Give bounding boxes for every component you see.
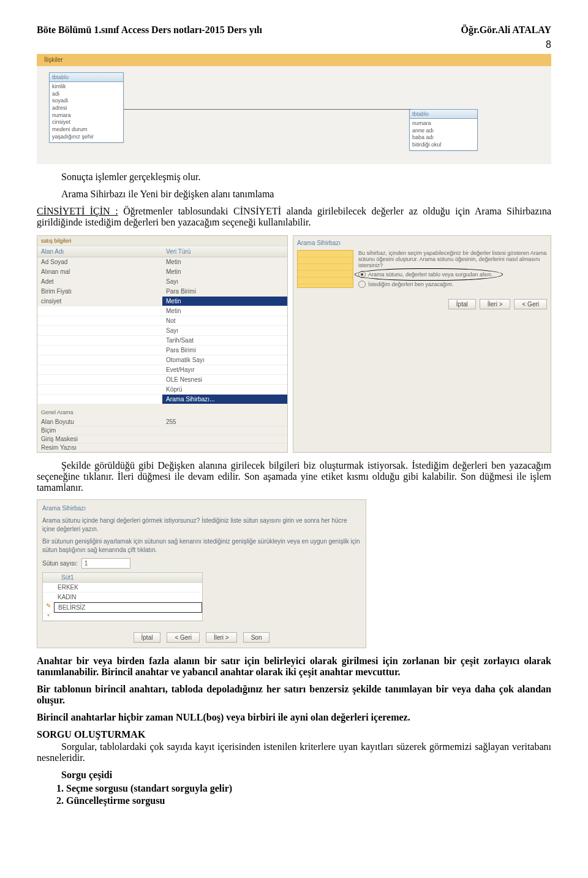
dropdown-option[interactable]: Otomatik Sayı bbox=[162, 355, 287, 365]
cancel-button[interactable]: İptal bbox=[448, 299, 476, 309]
back-button[interactable]: < Geri bbox=[514, 299, 547, 309]
grid-cell[interactable] bbox=[54, 613, 202, 620]
column-header-type: Veri Türü bbox=[162, 246, 287, 257]
dropdown-option[interactable]: Metin bbox=[162, 306, 287, 316]
rel-table-left: tbtablo kimlik adi soyadi adresi numara … bbox=[49, 72, 124, 143]
rel-field: numara bbox=[52, 112, 121, 119]
paragraph: Arama Sihirbazı ile Yeni bir değişken al… bbox=[37, 189, 551, 200]
figure-relationship-diagram: İlişkiler tbtablo kimlik adi soyadi adre… bbox=[37, 54, 551, 164]
prop-name: Giriş Maskesi bbox=[37, 435, 162, 443]
paragraph: Şekilde görüldüğü gibi Değişken alanına … bbox=[37, 460, 551, 493]
dropdown-option[interactable]: OLE Nesnesi bbox=[162, 375, 287, 384]
rel-field: medeni durum bbox=[52, 126, 121, 134]
text-underline: CİNSİYETİ İÇİN : bbox=[37, 206, 118, 216]
heading-sorgu: SORGU OLUŞTURMAK bbox=[37, 729, 551, 740]
rel-field: anne adı bbox=[412, 127, 475, 135]
grid-cell[interactable]: KADIN bbox=[54, 592, 202, 602]
field-type: Metin bbox=[162, 257, 287, 267]
field-name: cinsiyet bbox=[37, 297, 162, 306]
rel-field: yaşadığınız şehir bbox=[52, 134, 121, 141]
next-button[interactable]: İleri > bbox=[480, 299, 511, 309]
query-type-list: Seçme sorgusu (standart sorguyla gelir) … bbox=[66, 783, 551, 806]
wizard-title: Arama Sihirbazı bbox=[297, 240, 547, 246]
prop-value bbox=[162, 444, 287, 452]
row-selector[interactable] bbox=[43, 583, 54, 592]
paragraph: CİNSİYETİ İÇİN : Öğretmenler tablosundak… bbox=[37, 206, 551, 228]
grid-cell[interactable]: ERKEK bbox=[54, 583, 202, 592]
radio-from-table[interactable] bbox=[358, 271, 366, 278]
rel-field: adresi bbox=[52, 105, 121, 112]
list-item: Seçme sorgusu (standart sorguyla gelir) bbox=[66, 783, 551, 794]
relationship-line bbox=[124, 109, 412, 110]
pencil-icon[interactable]: ✎ bbox=[43, 602, 54, 613]
field-name: Adet bbox=[37, 277, 162, 286]
dropdown-option[interactable]: Not bbox=[162, 316, 287, 325]
relationship-tab: İlişkiler bbox=[39, 54, 68, 66]
next-button[interactable]: İleri > bbox=[206, 632, 237, 643]
dropdown-option-lookup-wizard[interactable]: Arama Sihirbazı... bbox=[162, 395, 287, 404]
finish-button[interactable]: Son bbox=[243, 632, 270, 643]
rel-field: bitirdiği okul bbox=[412, 142, 475, 149]
paragraph-bold: Bir tablonun birincil anahtarı, tabloda … bbox=[37, 684, 551, 706]
paragraph-bold: Birincil anahtarlar hiçbir zaman NULL(bo… bbox=[37, 712, 551, 723]
dropdown-option[interactable]: Sayı bbox=[162, 326, 287, 335]
paragraph: Sonuçta işlemler gerçekleşmiş olur. bbox=[37, 172, 551, 183]
field-name: Birim Fiyatı bbox=[37, 287, 162, 296]
list-item: Güncelleştirme sorgusu bbox=[66, 795, 551, 806]
rel-table-left-title: tbtablo bbox=[50, 73, 123, 82]
field-type: Sayı bbox=[162, 277, 287, 286]
rel-field: numara bbox=[412, 120, 475, 127]
doc-header-right: Öğr.Gör.Ali ATALAY bbox=[461, 25, 551, 36]
dropdown-option[interactable]: Para Birimi bbox=[162, 346, 287, 355]
dropdown-option[interactable]: Evet/Hayır bbox=[162, 365, 287, 374]
grid-cell[interactable]: BELİRSİZ bbox=[54, 602, 202, 613]
paragraph: Sorgular, tablolardaki çok sayıda kayıt … bbox=[37, 741, 551, 763]
values-grid: Süt1 ERKEK KADIN ✎BELİRSİZ * bbox=[42, 572, 203, 621]
column-header-field: Alan Adı bbox=[37, 246, 162, 257]
wizard2-desc1: Arama sütunu içinde hangi değerleri görm… bbox=[42, 517, 361, 534]
column-count-input[interactable]: 1 bbox=[81, 558, 130, 569]
prop-name: Alan Boyutu bbox=[37, 418, 162, 426]
prop-value bbox=[162, 426, 287, 434]
dropdown-option[interactable]: Tarih/Saat bbox=[162, 336, 287, 345]
rel-field: soyadi bbox=[52, 97, 121, 105]
cancel-button[interactable]: İptal bbox=[134, 632, 161, 643]
rel-field: cinsiyet bbox=[52, 119, 121, 126]
dropdown-option[interactable]: Köprü bbox=[162, 385, 287, 394]
page-number: 8 bbox=[546, 39, 551, 50]
doc-header-left: Böte Bölümü 1.sınıf Access Ders notları-… bbox=[37, 25, 262, 36]
row-selector[interactable] bbox=[43, 592, 54, 602]
prop-value bbox=[162, 435, 287, 443]
heading-sorgu-cesidi: Sorgu çeşidi bbox=[37, 770, 551, 781]
wizard-illustration bbox=[297, 250, 353, 288]
rel-field: baba adı bbox=[412, 134, 475, 142]
lookup-wizard-step1: Arama Sihirbazı Bu sihirbaz, içinden seç… bbox=[293, 235, 551, 453]
lookup-wizard-step2: Arama Sihirbazı Arama sütunu içinde hang… bbox=[37, 499, 366, 648]
radio-label: İstediğim değerleri ben yazacağım. bbox=[368, 281, 454, 287]
radio-label: Arama sütunu, değerleri tablo veya sorgu… bbox=[368, 271, 493, 278]
field-type: Para Birimi bbox=[162, 287, 287, 296]
prop-name: Biçim bbox=[37, 426, 162, 434]
field-type-selected[interactable]: Metin bbox=[162, 297, 287, 306]
field-type: Metin bbox=[162, 267, 287, 276]
field-name: Alınan mal bbox=[37, 267, 162, 276]
column-count-label: Sütun sayısı: bbox=[42, 560, 78, 567]
figure-wizard-step2: Arama Sihirbazı Arama sütunu içinde hang… bbox=[37, 499, 551, 648]
paragraph-bold: Anahtar bir veya birden fazla alanın bir… bbox=[37, 656, 551, 678]
rel-field: adi bbox=[52, 91, 121, 98]
radio-i-will-type[interactable] bbox=[358, 281, 366, 288]
rel-table-right: tbtablo numara anne adı baba adı bitirdi… bbox=[409, 109, 478, 151]
property-tabs: Genel Arama bbox=[37, 407, 287, 418]
back-button[interactable]: < Geri bbox=[167, 632, 200, 643]
wizard2-title: Arama Sihirbazı bbox=[42, 505, 361, 512]
prop-value: 255 bbox=[162, 418, 287, 426]
field-name: Ad Soyad bbox=[37, 257, 162, 267]
field-list-panel: satış bilgileri Alan Adı Veri Türü Ad So… bbox=[37, 235, 288, 453]
figure-field-and-wizard: satış bilgileri Alan Adı Veri Türü Ad So… bbox=[37, 235, 551, 453]
grid-col-header: Süt1 bbox=[58, 574, 198, 581]
wizard2-desc2: Bir sütunun genişliğini ayarlamak için s… bbox=[42, 537, 361, 554]
prop-name: Resim Yazısı bbox=[37, 444, 162, 452]
wizard-intro-text: Bu sihirbaz, içinden seçim yapabileceğin… bbox=[358, 250, 547, 268]
new-row-icon[interactable]: * bbox=[43, 613, 54, 620]
rel-field: kimlik bbox=[52, 83, 121, 91]
